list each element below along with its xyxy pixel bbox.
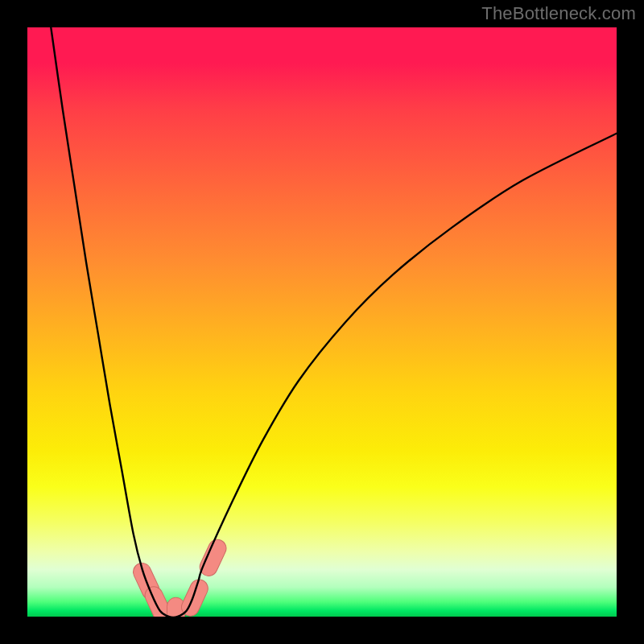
plot-area bbox=[27, 27, 617, 617]
watermark-text: TheBottleneck.com bbox=[481, 3, 636, 24]
curve-marker bbox=[179, 576, 211, 617]
curve-layer bbox=[27, 27, 617, 617]
bottleneck-curve bbox=[51, 27, 617, 617]
chart-frame: TheBottleneck.com bbox=[0, 0, 644, 644]
